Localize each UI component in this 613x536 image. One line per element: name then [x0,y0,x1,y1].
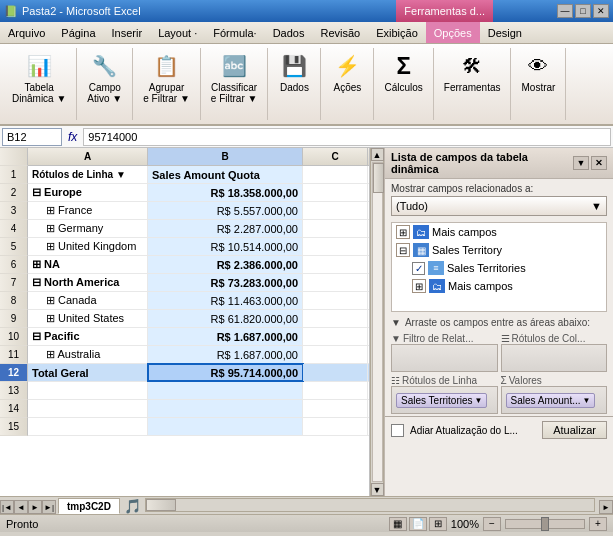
values-drop-area[interactable]: Sales Amount... ▼ [501,386,608,414]
sheet-first-arrow[interactable]: |◄ [0,500,14,514]
sheet-prev-arrow[interactable]: ◄ [14,500,28,514]
minimize-button[interactable]: — [557,4,573,18]
cell-b2[interactable]: R$ 18.358.000,00 [148,184,303,201]
cell-a9[interactable]: ⊞ United States [28,310,148,327]
sheet-next-arrow[interactable]: ► [28,500,42,514]
cell-reference-input[interactable]: B12 [2,128,62,146]
zoom-out-button[interactable]: − [483,517,501,531]
add-sheet-button[interactable]: 🎵 [124,498,141,514]
menu-arquivo[interactable]: Arquivo [0,22,53,43]
tree-expander-icon[interactable]: ⊟ [396,243,410,257]
restore-button[interactable]: □ [575,4,591,18]
cell-b8[interactable]: R$ 11.463.000,00 [148,292,303,309]
zoom-slider[interactable] [505,519,585,529]
cell-a10[interactable]: ⊟ Pacific [28,328,148,345]
acoes-button[interactable]: ⚡ Ações [327,48,367,95]
cell-b9[interactable]: R$ 61.820.000,00 [148,310,303,327]
row-labels-drop-area[interactable]: Sales Territories ▼ [391,386,498,414]
formula-input[interactable]: 95714000 [83,128,611,146]
ferramentas-button[interactable]: 🛠 Ferramentas [440,48,505,95]
status-bar: Pronto ▦ 📄 ⊞ 100% − + [0,514,613,532]
page-break-button[interactable]: ⊞ [429,517,447,531]
cell-a1[interactable]: Rótulos de Linha ▼ [28,166,148,183]
menu-pagina[interactable]: Página [53,22,103,43]
panel-close-btn[interactable]: ✕ [591,156,607,170]
calculos-button[interactable]: Σ Cálculos [380,48,426,95]
cell-b4[interactable]: R$ 2.287.000,00 [148,220,303,237]
cell-a2[interactable]: ⊟ Europe [28,184,148,201]
row-num: 1 [0,166,28,184]
filter-area-container: ▼ Filtro de Relat... [391,333,498,372]
menu-exibicao[interactable]: Exibição [368,22,426,43]
update-button[interactable]: Atualizar [542,421,607,439]
tree-item-mais-campos-2[interactable]: ⊞ 🗂 Mais campos [392,277,606,295]
dados-button[interactable]: 💾 Dados [274,48,314,95]
sales-amount-pill[interactable]: Sales Amount... ▼ [506,393,596,408]
campo-ativo-button[interactable]: 🔧 CampoAtivo ▼ [83,48,126,106]
tree-item-mais-campos-1[interactable]: ⊞ 🗂 Mais campos [392,223,606,241]
tree-expander-icon[interactable]: ⊞ [412,279,426,293]
close-button[interactable]: ✕ [593,4,609,18]
cell-b14[interactable] [148,400,303,417]
row-num: 2 [0,184,28,202]
tree-item-sales-territories[interactable]: ≡ Sales Territories [392,259,606,277]
cell-b1[interactable]: Sales Amount Quota [148,166,303,183]
tree-expander-icon[interactable]: ⊞ [396,225,410,239]
fields-dropdown[interactable]: (Tudo) ▼ [391,196,607,216]
filter-drop-area[interactable] [391,344,498,372]
menu-layout[interactable]: Layout · [150,22,205,43]
agrupar-button[interactable]: 📋 Agrupare Filtrar ▼ [139,48,194,106]
normal-view-button[interactable]: ▦ [389,517,407,531]
table-row: 11 ⊞ Australia R$ 1.687.000,00 [0,346,369,364]
cell-b3[interactable]: R$ 5.557.000,00 [148,202,303,219]
cell-b6[interactable]: R$ 2.386.000,00 [148,256,303,273]
scroll-thumb[interactable] [373,163,384,193]
scroll-down-button[interactable]: ▼ [371,483,384,496]
cell-b5[interactable]: R$ 10.514.000,00 [148,238,303,255]
tabela-dinamica-label: TabelaDinâmica ▼ [12,82,66,104]
cell-a3[interactable]: ⊞ France [28,202,148,219]
sales-territories-checkbox[interactable] [412,262,425,275]
cell-a11[interactable]: ⊞ Australia [28,346,148,363]
cell-b15[interactable] [148,418,303,435]
cell-a12[interactable]: Total Geral [28,364,148,381]
sales-territories-pill[interactable]: Sales Territories ▼ [396,393,487,408]
cell-b7[interactable]: R$ 73.283.000,00 [148,274,303,291]
menu-opcoes[interactable]: Opções [426,22,480,43]
cell-a6[interactable]: ⊞ NA [28,256,148,273]
col-labels-drop-area[interactable] [501,344,608,372]
panel-dropdown-btn[interactable]: ▼ [573,156,589,170]
h-scroll-thumb[interactable] [146,499,176,511]
menu-revisao[interactable]: Revisão [312,22,368,43]
sheet-tab-tmp3c2d[interactable]: tmp3C2D [58,498,120,514]
page-layout-button[interactable]: 📄 [409,517,427,531]
menu-dados[interactable]: Dados [265,22,313,43]
cell-a5[interactable]: ⊞ United Kingdom [28,238,148,255]
menu-design[interactable]: Design [480,22,530,43]
cell-a15[interactable] [28,418,148,435]
ferramentas-tab[interactable]: Ferramentas d... [396,0,493,22]
cell-b10[interactable]: R$ 1.687.000,00 [148,328,303,345]
menu-inserir[interactable]: Inserir [104,22,151,43]
cell-a14[interactable] [28,400,148,417]
cell-b13[interactable] [148,382,303,399]
cell-a8[interactable]: ⊞ Canada [28,292,148,309]
horizontal-scrollbar[interactable] [145,498,595,512]
zoom-in-button[interactable]: + [589,517,607,531]
cell-a13[interactable] [28,382,148,399]
tabela-dinamica-button[interactable]: 📊 TabelaDinâmica ▼ [8,48,70,106]
spreadsheet-scrollbar[interactable]: ▲ ▼ [370,148,384,496]
h-scroll-right[interactable]: ► [599,500,613,514]
classificar-button[interactable]: 🔤 Classificare Filtrar ▼ [207,48,262,106]
menu-formula[interactable]: Fórmula· [205,22,264,43]
cell-b11[interactable]: R$ 1.687.000,00 [148,346,303,363]
cell-a7[interactable]: ⊟ North America [28,274,148,291]
cell-a4[interactable]: ⊞ Germany [28,220,148,237]
cell-b12[interactable]: R$ 95.714.000,00 [148,364,303,381]
defer-update-checkbox[interactable] [391,424,404,437]
sheet-last-arrow[interactable]: ►| [42,500,56,514]
zoom-slider-thumb[interactable] [541,517,549,531]
scroll-up-button[interactable]: ▲ [371,148,384,161]
tree-item-sales-territory[interactable]: ⊟ ▦ Sales Territory [392,241,606,259]
mostrar-button[interactable]: 👁 Mostrar [517,48,559,95]
